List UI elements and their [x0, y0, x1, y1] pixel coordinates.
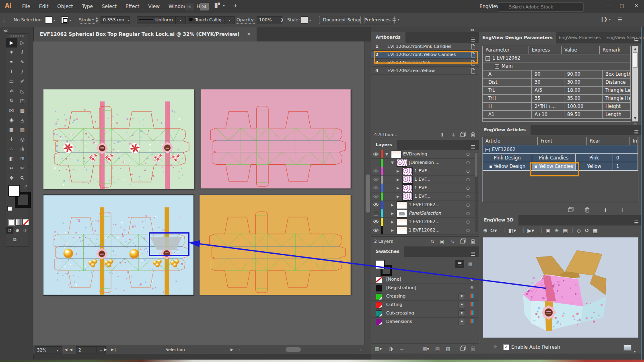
layer-row[interactable]: ▼[Dimension ...○ — [371, 159, 479, 167]
fill-chevron-icon[interactable]: ▾ — [53, 19, 55, 22]
swatch-chip[interactable] — [376, 319, 382, 325]
eye-visibility-icon[interactable] — [371, 218, 381, 226]
eye-visibility-icon[interactable] — [371, 201, 381, 209]
col-in-use[interactable]: In Use — [630, 137, 638, 145]
panel-dock-icon[interactable]: ❙❯ ▾ — [600, 17, 611, 22]
document-setup-button[interactable]: Document Setup — [319, 16, 364, 24]
swatch-chip[interactable] — [376, 277, 382, 283]
parameter-row[interactable]: TrH3535.00Triangle Height — [483, 95, 631, 103]
next-artboard-icon[interactable]: ▶ — [104, 345, 107, 354]
layer-expand-chevron-icon[interactable]: ▶ — [397, 184, 399, 192]
brush-chevron-icon[interactable]: ▾ — [224, 16, 235, 24]
layer-row[interactable]: ▶1 EVF...○ — [371, 184, 479, 192]
toolbar-drag-dots[interactable]: ▪▪▪▪▪▪ — [6, 34, 29, 38]
layer-thumbnail[interactable] — [402, 184, 413, 192]
parameter-cell[interactable]: A+10 — [532, 111, 564, 118]
layer-expand-chevron-icon[interactable]: ▼ — [385, 150, 388, 158]
maximize-button[interactable]: ▢ — [615, 0, 629, 11]
layer-row[interactable]: ▶1 EVF...○ — [371, 176, 479, 184]
parameter-cell[interactable]: Height — [603, 103, 631, 110]
layer-expand-chevron-icon[interactable]: ▶ — [391, 209, 394, 217]
stroke-chevron-icon[interactable]: ▾ — [70, 19, 71, 22]
layer-thumbnail[interactable] — [397, 227, 407, 234]
layer-thumbnail[interactable] — [397, 210, 407, 217]
layer-target-icon[interactable]: ○ — [466, 192, 470, 201]
parameter-cell[interactable]: 90 — [532, 70, 564, 78]
color-themes-icon[interactable]: ◑ — [389, 345, 393, 352]
layer-target-icon[interactable]: ○ — [466, 209, 470, 217]
default-fill-stroke-icon[interactable] — [7, 206, 12, 211]
eye-visibility-icon[interactable] — [371, 159, 381, 167]
opacity-panel-arrow-icon[interactable]: ❯ — [280, 17, 284, 22]
color-mode-button[interactable] — [8, 219, 15, 226]
drag-handle[interactable]: ⠿⠿ — [2, 17, 5, 24]
swatch-chip[interactable] — [376, 285, 382, 292]
touch-workspace-icon[interactable]: ⁘ — [587, 17, 591, 22]
parameter-cell[interactable]: 35.00 — [564, 95, 603, 102]
artboard-1-front-pink-candies[interactable] — [43, 89, 194, 189]
layer-expand-chevron-icon[interactable]: ▶ — [391, 218, 394, 226]
symbol-sprayer-tool-icon[interactable]: ∴ — [6, 144, 17, 154]
parameter-row[interactable]: Dist3030.00Distance — [483, 79, 631, 87]
hscroll-right-icon[interactable]: › — [360, 345, 362, 354]
swatch-row[interactable]: [None]⊘ — [371, 275, 479, 284]
manual-refresh-icon[interactable]: ⟳ — [494, 341, 497, 353]
background-color-chevron-icon[interactable]: ▾ — [634, 346, 636, 358]
width-profile-chevron-icon[interactable]: ▾ — [175, 16, 186, 24]
artboard-3-front-yellow-candies[interactable] — [43, 195, 193, 295]
parameter-cell[interactable]: 100.00 — [564, 103, 603, 110]
layer-thumbnail[interactable] — [402, 193, 413, 201]
swatch-chip[interactable] — [376, 310, 382, 317]
swatch-row[interactable]: Creasing — [371, 292, 479, 301]
auto-refresh-checkbox[interactable]: ✓ — [503, 344, 509, 350]
layer-target-icon[interactable]: ○ — [466, 226, 470, 234]
spot-color-dot-icon[interactable] — [459, 294, 465, 300]
zoom-chevron-icon[interactable]: ▾ — [53, 346, 62, 354]
layer-expand-chevron-icon[interactable]: ▶ — [397, 192, 399, 201]
perspective-grid-tool-icon[interactable]: ◬ — [17, 115, 28, 125]
layer-row[interactable]: ▶1 EVF12062...○ — [371, 226, 479, 235]
parameters-subgroup-row[interactable]: −Main — [483, 62, 631, 70]
report-icon[interactable]: ▤ — [563, 228, 568, 234]
magic-wand-tool-icon[interactable]: ✶ — [6, 48, 17, 57]
artboard-list-item[interactable]: 4EVF12062.rear.Yellow — [371, 67, 479, 75]
lasso-tool-icon[interactable]: ℓ — [17, 48, 28, 57]
curvature-tool-icon[interactable]: ✎ — [17, 57, 28, 67]
parameters-scrollbar[interactable]: ▲ ▼ — [632, 46, 638, 122]
col-rear[interactable]: Rear — [587, 137, 630, 145]
fill-color-swatch[interactable] — [45, 17, 52, 24]
free-transform-tool-icon[interactable]: ▦ — [17, 105, 28, 115]
artboard-page-icon[interactable] — [471, 44, 475, 50]
stroke-color-swatch[interactable] — [61, 17, 68, 24]
direct-selection-tool-icon[interactable]: ▷ — [17, 38, 28, 48]
opacity-value[interactable]: 100% — [257, 16, 282, 24]
none-icon[interactable]: ⊘ — [469, 277, 475, 282]
col-express[interactable]: Express — [529, 46, 562, 54]
last-artboard-icon[interactable]: ▶❘ — [111, 345, 117, 354]
close-button[interactable]: ✕ — [630, 0, 643, 11]
layer-thumbnail[interactable] — [397, 218, 407, 226]
preferences-button[interactable]: Preferences — [360, 16, 395, 24]
layer-expand-chevron-icon[interactable]: ▶ — [391, 201, 394, 209]
col-article[interactable]: Article — [483, 137, 538, 145]
layer-target-icon[interactable]: ○ — [466, 218, 470, 226]
layer-thumbnail[interactable] — [402, 168, 413, 175]
layer-target-icon[interactable]: ○ — [466, 167, 470, 175]
layer-target-icon[interactable]: ○ — [466, 184, 470, 192]
animate-icon[interactable]: ▶▾ — [527, 228, 537, 234]
article-cell-in-use[interactable]: 0 — [613, 154, 638, 162]
article-cell-in-use[interactable]: 1 — [613, 162, 638, 170]
col-parameter[interactable]: Parameter — [483, 46, 529, 54]
draw-normal-button[interactable]: ◔ — [6, 227, 13, 234]
parameter-row[interactable]: A9090.00Box Length — [483, 70, 631, 79]
col-front[interactable]: Front — [538, 137, 587, 145]
layer-expand-chevron-icon[interactable]: ▼ — [391, 159, 394, 167]
tab-swatches[interactable]: Swatches — [371, 246, 404, 257]
swap-fill-stroke-icon[interactable]: ⇄ — [24, 184, 27, 188]
tab-layers[interactable]: Layers — [371, 140, 397, 150]
parameter-cell[interactable]: Triangle Length — [603, 87, 631, 94]
new-article-icon[interactable] — [568, 207, 574, 212]
color-mode-stripes-icon[interactable] — [469, 310, 475, 316]
orbit-icon[interactable]: ↻▾ — [490, 228, 499, 234]
parameter-cell[interactable]: 89.50 — [564, 111, 603, 118]
